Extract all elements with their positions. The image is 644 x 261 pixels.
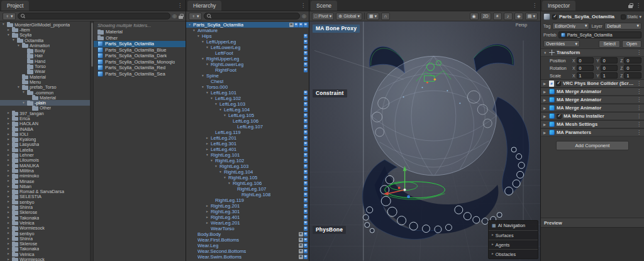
inspector-menu-icon[interactable]: ⋮	[636, 3, 641, 8]
scene-menu-icon[interactable]: ⋮	[532, 3, 537, 8]
expand-arrow[interactable]: ▸	[6, 143, 11, 147]
transform-component-header[interactable]: ▼ Transform ⋮	[541, 48, 644, 57]
component-header[interactable]: ▶MA Merge Animator⋮	[541, 104, 644, 112]
expand-arrow[interactable]: ▾	[1, 23, 6, 26]
component-header[interactable]: ▶MA Mesh Settings⋮	[541, 120, 644, 128]
handle-rotation-dropdown[interactable]: ⊕Global▾	[336, 13, 362, 20]
hierarchy-item[interactable]: ▾Parts_Scylla_OctamiliaMMMM	[186, 22, 309, 28]
open-button[interactable]: Open	[622, 40, 641, 48]
gameobject-name[interactable]: Parts_Scylla_Octamilia	[559, 14, 619, 19]
expand-arrow[interactable]: ▾	[187, 23, 192, 27]
hierarchy-item[interactable]: ▾LeftLeg.105M	[186, 113, 309, 118]
foldout-arrow[interactable]: ▼	[543, 51, 547, 55]
expand-arrow[interactable]: ▾	[205, 91, 209, 95]
project-visibility-icon[interactable]: ◎	[172, 14, 177, 19]
project-lock-icon[interactable]	[179, 14, 183, 19]
hierarchy-item[interactable]: RightLeg.108M	[186, 192, 309, 197]
expand-arrow[interactable]: ▸	[205, 221, 209, 225]
foldout-arrow[interactable]: ▶	[543, 82, 547, 86]
expand-arrow[interactable]: ▸	[205, 136, 209, 140]
project-tree-item[interactable]: ▸Kyalong	[0, 137, 90, 142]
project-tree-item[interactable]: ▸-Item	[0, 27, 90, 32]
scrollbar-thumb[interactable]	[91, 23, 93, 67]
project-file-item[interactable]: Parts_Scylla_Octamilia_Blue	[94, 47, 186, 53]
hierarchy-item[interactable]: ▸WearLeg.201M	[186, 220, 309, 226]
expand-arrow[interactable]: ▸	[6, 258, 11, 261]
project-tree-item[interactable]: Material	[0, 74, 90, 79]
foldout-arrow[interactable]: ▶	[543, 106, 547, 110]
project-tree-item[interactable]: ▸Takonaka	[0, 215, 90, 220]
expand-arrow[interactable]: ▸	[6, 200, 11, 204]
project-file-item[interactable]: Parts_Scylla_Octamilia	[94, 41, 186, 47]
project-tree-item[interactable]: ▸Liloumois	[0, 158, 90, 163]
expand-arrow[interactable]: ▸	[6, 158, 11, 162]
expand-arrow[interactable]: ▸	[205, 148, 209, 152]
hierarchy-item[interactable]: RightLeg.107M	[186, 186, 309, 192]
expand-arrow[interactable]: ▸	[6, 252, 11, 256]
add-component-button[interactable]: Add Component	[556, 141, 629, 150]
project-menu-icon[interactable]: ⋮	[177, 3, 182, 8]
hierarchy-item[interactable]: RightFootM	[186, 67, 309, 73]
expand-arrow[interactable]: ▾	[218, 170, 223, 174]
project-tree-item[interactable]: ▾Scylla	[0, 33, 90, 38]
expand-arrow[interactable]: ▾	[21, 101, 26, 105]
axis-value-field[interactable]: 1	[577, 72, 594, 79]
hierarchy-item[interactable]: LeftLeg.106M	[186, 118, 309, 124]
expand-arrow[interactable]: ▾	[214, 165, 218, 169]
pivot-mode-dropdown[interactable]: □Pivot▾	[312, 13, 334, 20]
ai-navigation-item[interactable]: ▸Surfaces	[489, 230, 538, 240]
project-tree-item[interactable]: Body	[0, 48, 90, 53]
hierarchy-item[interactable]: WearTorsoM	[186, 226, 309, 231]
expand-arrow[interactable]: ▾	[201, 74, 205, 78]
expand-arrow[interactable]: ▸	[6, 216, 11, 219]
expand-arrow[interactable]: ▸	[6, 153, 11, 157]
project-tree-item[interactable]: ▸Minase	[0, 179, 90, 184]
expand-arrow[interactable]: ▾	[209, 97, 214, 101]
hierarchy-item[interactable]: ▸LeftLeg.201M	[186, 135, 309, 141]
expand-arrow[interactable]: ▸	[205, 216, 209, 219]
expand-arrow[interactable]: ▸	[6, 111, 11, 115]
hierarchy-item[interactable]: ▸RightLeg.301M	[186, 209, 309, 214]
hierarchy-menu-icon[interactable]: ⋮	[301, 3, 306, 8]
axis-value-field[interactable]: 0	[577, 57, 594, 64]
project-tree-item[interactable]: ▸Romad & SarvaDarsa	[0, 189, 90, 194]
hierarchy-search[interactable]	[204, 13, 301, 19]
hierarchy-item[interactable]: ▾RightLeg.104M	[186, 169, 309, 175]
axis-value-field[interactable]: 0	[624, 65, 641, 71]
expand-arrow[interactable]: ▾	[192, 29, 196, 33]
tab-inspector[interactable]: Inspector	[542, 1, 575, 11]
project-tree-item[interactable]: ▸Velnica	[0, 252, 90, 257]
select-button[interactable]: Select	[599, 40, 619, 48]
hierarchy-add-button[interactable]: ＋▾	[189, 13, 202, 20]
hierarchy-item[interactable]: ▾Armature	[186, 28, 309, 33]
scene-viewport[interactable]: MA Bone ProxyConstraintPhysBone Persp ▦ …	[309, 21, 540, 261]
hierarchy-item[interactable]: ▾HipsM	[186, 33, 309, 39]
expand-arrow[interactable]: ▸	[6, 226, 11, 230]
expand-arrow[interactable]: ▸	[205, 204, 209, 208]
hierarchy-item[interactable]: ▾RightLowerLegM	[186, 62, 309, 67]
project-tree-item[interactable]: ▸Velnica	[0, 220, 90, 225]
chevron-down-icon[interactable]: ▾	[639, 14, 641, 19]
layer-dropdown[interactable]: Default▾	[604, 23, 641, 30]
expand-arrow[interactable]: ▾	[201, 86, 205, 89]
project-tree-item[interactable]: ▸MANUKA	[0, 163, 90, 168]
hierarchy-item[interactable]: ▾LeftLowerLegM	[186, 45, 309, 50]
foldout-arrow[interactable]: ▶	[543, 114, 547, 118]
hierarchy-item[interactable]: ▾Spine	[186, 73, 309, 79]
expand-arrow[interactable]: ▾	[16, 86, 21, 89]
expand-arrow[interactable]: ▸	[205, 142, 209, 146]
project-tree-item[interactable]: ▸Wormiesock	[0, 257, 90, 261]
hierarchy-item[interactable]: Body.BodyMM	[186, 231, 309, 237]
effects-toggle-button[interactable]: ◈	[514, 13, 523, 20]
foldout-arrow[interactable]: ▶	[543, 131, 547, 135]
overrides-dropdown[interactable]: Overrides▾	[543, 40, 580, 47]
context-menu-icon[interactable]: ⋮	[636, 81, 641, 86]
context-menu-icon[interactable]: ⋮	[636, 130, 641, 135]
context-menu-icon[interactable]: ⋮	[636, 50, 641, 55]
expand-arrow[interactable]: ▾	[223, 114, 227, 118]
project-tree-item[interactable]: ▸Sklerose	[0, 241, 90, 246]
axis-value-field[interactable]: 0	[601, 57, 618, 64]
hierarchy-item[interactable]: Chest	[186, 79, 309, 84]
project-tree-item[interactable]: ▸Shinra	[0, 236, 90, 241]
project-file-item[interactable]: Other	[94, 35, 186, 42]
